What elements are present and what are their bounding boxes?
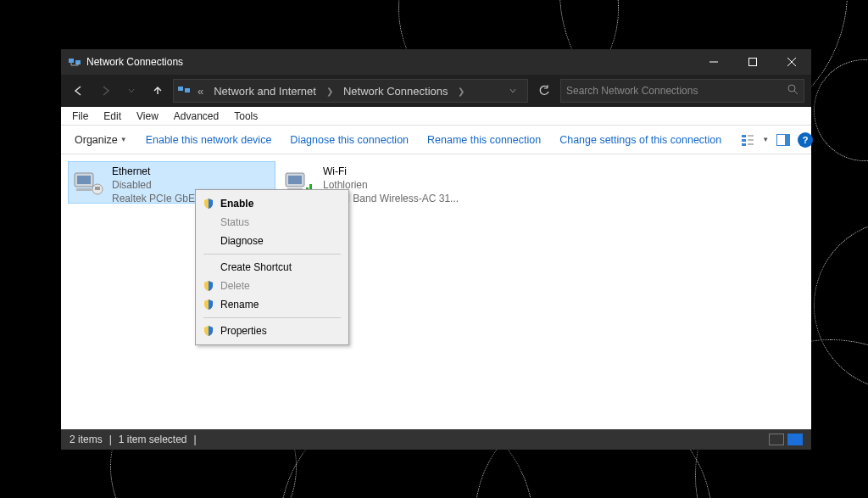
status-divider: | [194, 434, 197, 445]
search-input[interactable] [566, 85, 787, 97]
content-area[interactable]: Ethernet Disabled Realtek PCIe GbE Wi-Fi… [61, 154, 811, 429]
menu-advanced[interactable]: Advanced [166, 109, 226, 124]
context-delete: Delete [198, 277, 346, 295]
chevron-right-icon: ❯ [323, 85, 337, 98]
shield-icon [201, 280, 216, 292]
menu-file[interactable]: File [64, 109, 96, 124]
location-icon [177, 83, 191, 99]
shield-icon [201, 299, 216, 311]
status-selection: 1 item selected [119, 434, 187, 445]
menu-edit[interactable]: Edit [96, 109, 129, 124]
chevron-down-icon: ▼ [120, 136, 127, 143]
connection-name: Ethernet [112, 165, 195, 178]
status-divider: | [109, 434, 112, 445]
window-title: Network Connections [86, 56, 694, 68]
context-menu: Enable Status Diagnose Create Shortcut D… [195, 189, 349, 345]
minimize-button[interactable] [694, 49, 733, 75]
svg-rect-12 [742, 143, 746, 146]
app-icon [68, 55, 81, 69]
menu-view[interactable]: View [129, 109, 166, 124]
command-bar: Organize ▼ Enable this network device Di… [61, 126, 811, 154]
search-icon[interactable] [787, 84, 798, 98]
ethernet-icon [71, 165, 105, 202]
svg-rect-0 [69, 59, 74, 63]
recent-dropdown[interactable] [120, 80, 142, 102]
network-connections-window: Network Connections « Network and Intern… [61, 49, 811, 450]
back-button[interactable] [68, 80, 90, 102]
tiles-view-button[interactable] [787, 434, 803, 445]
change-settings-button[interactable]: Change settings of this connection [553, 131, 728, 149]
preview-pane-button[interactable] [774, 131, 793, 149]
svg-rect-19 [77, 176, 91, 184]
maximize-button[interactable] [733, 49, 772, 75]
breadcrumb-item[interactable]: Network and Internet [210, 83, 320, 99]
organize-button[interactable]: Organize ▼ [68, 131, 134, 149]
diagnose-button[interactable]: Diagnose this connection [283, 131, 415, 149]
context-create-shortcut[interactable]: Create Shortcut [198, 258, 346, 277]
svg-rect-3 [749, 59, 757, 66]
svg-point-8 [788, 85, 795, 92]
forward-button[interactable] [94, 80, 116, 102]
connection-name: Wi-Fi [323, 165, 459, 178]
close-button[interactable] [772, 49, 811, 75]
details-view-button[interactable] [769, 434, 784, 445]
help-button[interactable]: ? [798, 132, 813, 148]
status-item-count: 2 items [70, 434, 103, 445]
context-rename[interactable]: Rename [198, 295, 346, 314]
context-diagnose[interactable]: Diagnose [198, 232, 346, 250]
svg-rect-10 [742, 135, 746, 137]
breadcrumb-item[interactable]: Network Connections [340, 83, 452, 99]
svg-rect-11 [742, 139, 746, 142]
svg-rect-6 [178, 87, 183, 91]
context-status: Status [198, 213, 346, 232]
titlebar[interactable]: Network Connections [61, 49, 811, 75]
svg-rect-22 [95, 187, 100, 190]
shield-icon [201, 198, 216, 210]
chevron-right-icon: ❯ [454, 85, 468, 98]
view-options-button[interactable] [738, 131, 757, 149]
shield-icon [201, 325, 216, 337]
history-dropdown[interactable] [502, 80, 524, 102]
svg-line-9 [794, 91, 798, 94]
svg-rect-24 [288, 176, 302, 184]
rename-button[interactable]: Rename this connection [420, 131, 548, 149]
menu-tools[interactable]: Tools [226, 109, 265, 124]
refresh-button[interactable] [532, 85, 556, 97]
connection-status: Disabled [112, 178, 195, 192]
breadcrumb-bar[interactable]: « Network and Internet ❯ Network Connect… [173, 79, 528, 103]
context-enable[interactable]: Enable [198, 194, 346, 213]
context-properties[interactable]: Properties [198, 322, 346, 340]
svg-rect-17 [785, 135, 789, 145]
connection-device: Realtek PCIe GbE [112, 192, 195, 205]
svg-rect-20 [76, 188, 92, 191]
search-box[interactable] [560, 79, 804, 103]
address-bar: « Network and Internet ❯ Network Connect… [61, 75, 811, 107]
status-bar: 2 items | 1 item selected | [61, 429, 811, 450]
breadcrumb-overflow[interactable]: « [194, 83, 207, 99]
svg-rect-7 [185, 88, 190, 92]
up-button[interactable] [147, 80, 169, 102]
menu-bar: File Edit View Advanced Tools [61, 107, 811, 126]
enable-device-button[interactable]: Enable this network device [139, 131, 279, 149]
chevron-down-icon[interactable]: ▼ [762, 136, 769, 143]
